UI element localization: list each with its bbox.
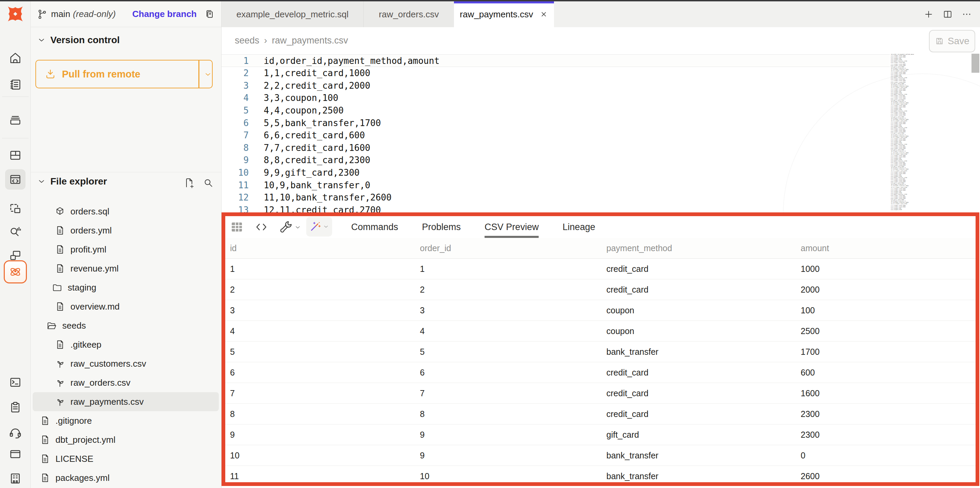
file-item-label: revenue.yml [70, 263, 119, 274]
file-item-raw_orders.csv[interactable]: raw_orders.csv [33, 373, 219, 392]
file-item-overview.md[interactable]: overview.md [33, 297, 219, 316]
headset-icon [8, 426, 22, 439]
table-cell: credit_card [606, 409, 801, 419]
save-button[interactable]: Save [929, 30, 975, 52]
document-icon [55, 301, 65, 312]
file-item-raw_customers.csv[interactable]: raw_customers.csv [33, 354, 219, 373]
rail-item-notebook-icon[interactable] [5, 74, 25, 95]
more-menu-icon[interactable] [962, 9, 972, 19]
dashboard-icon [8, 149, 22, 162]
table-cell: coupon [606, 306, 801, 315]
file-explorer-header[interactable]: File explorer [37, 176, 107, 187]
results-tab-Lineage[interactable]: Lineage [563, 216, 595, 238]
breadcrumb-folder[interactable]: seeds [235, 35, 259, 46]
chevron-down-icon[interactable] [294, 223, 301, 231]
file-item-label: orders.sql [70, 206, 109, 217]
table-row: 11credit_card1000 [225, 258, 975, 279]
results-panel: CommandsProblemsCSV PreviewLineage idord… [225, 216, 975, 482]
line-text: 2,2,credit_card,2000 [264, 81, 370, 91]
table-cell: 2000 [801, 285, 975, 295]
file-item-orders.yml[interactable]: orders.yml [33, 221, 219, 240]
file-item-label: seeds [62, 320, 86, 331]
results-tabs: CommandsProblemsCSV PreviewLineage [351, 216, 595, 238]
code-editor[interactable]: 1id,order_id,payment_method,amount21,1,c… [221, 53, 980, 215]
table-cell: 2 [420, 285, 606, 295]
wrench-icon[interactable] [279, 220, 293, 234]
table-row: 55bank_transfer1700 [225, 342, 975, 362]
file-item-orders.sql[interactable]: orders.sql [33, 202, 219, 221]
file-item-LICENSE[interactable]: LICENSE [33, 449, 219, 468]
results-tab-CSV Preview[interactable]: CSV Preview [485, 216, 539, 238]
rail-item-frame-select-icon[interactable] [5, 199, 25, 219]
close-icon[interactable] [539, 10, 548, 19]
new-file-icon[interactable] [184, 177, 195, 188]
code-line-9: 98,8,credit_card,2300 [221, 154, 980, 166]
file-item-staging[interactable]: staging [33, 278, 219, 297]
rail-item-terminal-icon[interactable] [5, 372, 25, 393]
line-text: 1,1,credit_card,1000 [264, 68, 370, 78]
rail-item-clipboard-icon[interactable] [5, 397, 25, 418]
file-item-profit.yml[interactable]: profit.yml [33, 240, 219, 259]
rail-item-archive-icon[interactable] [5, 109, 25, 130]
split-editor-icon[interactable] [943, 9, 953, 19]
rail-item-browser-window-icon[interactable] [5, 444, 25, 464]
editor-tab-raw_payments.csv[interactable]: raw_payments.csv [454, 2, 554, 27]
sidebar-divider [30, 172, 221, 172]
search-icon[interactable] [203, 177, 214, 188]
editor-tab-raw_orders.csv[interactable]: raw_orders.csv [363, 2, 454, 27]
file-item-packages.yml[interactable]: packages.yml [33, 468, 219, 487]
line-number: 11 [221, 180, 249, 190]
line-number: 10 [221, 168, 249, 178]
csv-preview-table: idorder_idpayment_methodamount11credit_c… [225, 238, 975, 482]
pull-from-remote-button[interactable]: Pull from remote [35, 60, 213, 88]
file-item-raw_payments.csv[interactable]: raw_payments.csv [33, 392, 219, 411]
line-number: 12 [221, 192, 249, 203]
table-cell: 3 [230, 306, 420, 315]
rail-item-headset-icon[interactable] [5, 422, 25, 443]
table-row: 88credit_card2300 [225, 404, 975, 425]
copy-icon[interactable] [204, 9, 215, 20]
rail-item-dashboard-icon[interactable] [5, 145, 25, 165]
table-cell: 5 [420, 347, 606, 357]
frame-select-icon [8, 202, 22, 216]
rail-item-building-icon[interactable] [5, 468, 25, 488]
editor-scrollbar-thumb[interactable] [972, 54, 979, 73]
file-item-label: overview.md [70, 301, 120, 312]
change-branch-link[interactable]: Change branch [132, 9, 197, 19]
version-control-header[interactable]: Version control [37, 35, 120, 46]
file-item-revenue.yml[interactable]: revenue.yml [33, 259, 219, 278]
file-item-dbt_project.yml[interactable]: dbt_project.yml [33, 430, 219, 449]
download-icon [44, 68, 56, 80]
file-item-seeds[interactable]: seeds [33, 316, 219, 335]
table-cell: gift_card [606, 430, 801, 440]
chevron-down-icon [323, 223, 329, 230]
code-icon[interactable] [255, 220, 268, 234]
new-tab-icon[interactable] [924, 9, 934, 19]
tab-bar-actions [924, 2, 972, 27]
dbt-logo[interactable] [5, 4, 25, 24]
file-item-.gitignore[interactable]: .gitignore [33, 411, 219, 430]
rail-item-query-search-icon[interactable] [5, 221, 25, 241]
button-divider [198, 60, 199, 88]
results-tab-Problems[interactable]: Problems [422, 216, 461, 238]
editor-tab-example_develop_metric.sql[interactable]: example_develop_metric.sql [221, 2, 363, 27]
line-number: 6 [221, 118, 249, 128]
seed-icon [55, 396, 65, 407]
magic-wand-button[interactable] [306, 217, 332, 236]
rail-item-atom-icon[interactable] [4, 260, 27, 284]
model-cube-icon [55, 206, 65, 217]
rail-item-code-editor-icon[interactable] [5, 169, 25, 190]
column-header-payment_method: payment_method [606, 243, 801, 253]
table-cell: 7 [420, 388, 606, 398]
document-icon [40, 454, 50, 464]
rail-item-home-icon[interactable] [5, 48, 25, 68]
results-tab-Commands[interactable]: Commands [351, 216, 398, 238]
file-item-.gitkeep[interactable]: .gitkeep [33, 335, 219, 354]
atom-icon [8, 265, 22, 279]
clipboard-icon [8, 401, 22, 414]
table-grid-icon[interactable] [230, 220, 243, 234]
minimap[interactable]: id,order_id,payment_method,amount 1,1,cr… [891, 54, 914, 211]
chevron-down-icon[interactable] [204, 70, 212, 79]
line-number: 4 [221, 93, 249, 103]
line-number: 9 [221, 155, 249, 165]
